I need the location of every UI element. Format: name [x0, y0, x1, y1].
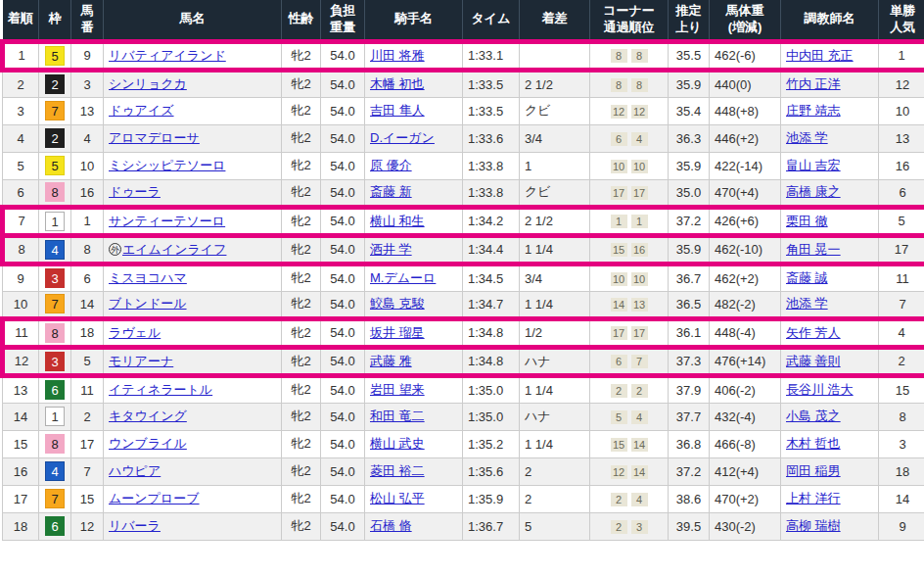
horse-name-link[interactable]: モリアーナ [109, 354, 173, 368]
horse-name-link[interactable]: リバーラ [109, 518, 161, 533]
jockey-link[interactable]: 石橋 脩 [370, 518, 412, 533]
horse-name-link[interactable]: ドゥーラ [109, 184, 161, 199]
time-cell: 1:33.8 [463, 179, 520, 207]
jockey-link[interactable]: 鮫島 克駿 [370, 296, 425, 311]
jockey-link[interactable]: 吉田 隼人 [370, 103, 425, 118]
win-popularity-cell: 16 [879, 152, 924, 179]
trainer-link[interactable]: 岡田 稲男 [786, 463, 841, 478]
jockey-cell: 坂井 瑠星 [365, 318, 463, 347]
corner-position-chip: 2 [611, 493, 627, 506]
trainer-link[interactable]: 武藤 善則 [786, 354, 841, 368]
horse-name-link[interactable]: エイムインライフ [122, 242, 226, 257]
corner-position-chip: 17 [631, 186, 648, 200]
jockey-link[interactable]: 松山 弘平 [370, 491, 425, 505]
corner-position-chip: 17 [631, 326, 648, 340]
col-header-pop: 単勝人気 [879, 0, 924, 41]
finish-position-cell: 15 [3, 430, 39, 457]
horse-name-link[interactable]: シンリョクカ [109, 76, 187, 91]
trainer-link[interactable]: 角田 晃一 [786, 242, 841, 257]
win-popularity-cell: 8 [879, 403, 924, 430]
jockey-link[interactable]: M.デムーロ [370, 270, 436, 285]
win-popularity-cell: 18 [879, 457, 924, 485]
sex-age-cell: 牝2 [282, 347, 321, 375]
jockey-link[interactable]: 木幡 初也 [370, 76, 425, 91]
corner-order-cell: 1717 [590, 318, 669, 347]
col-header-last3f: 推定上り [669, 0, 710, 41]
jockey-link[interactable]: 武藤 雅 [370, 354, 412, 368]
trainer-cell: 長谷川 浩大 [781, 375, 879, 403]
corner-order-cell: 88 [590, 41, 669, 70]
horse-name-link[interactable]: アロマデローサ [109, 130, 200, 145]
jockey-link[interactable]: 横山 和生 [370, 214, 425, 228]
horse-name-link[interactable]: ウンブライル [109, 436, 187, 451]
carried-weight-cell: 54.0 [321, 97, 365, 124]
corner-order-cell: 1717 [590, 179, 669, 207]
jockey-link[interactable]: 坂井 瑠星 [370, 325, 425, 340]
trainer-link[interactable]: 木村 哲也 [786, 436, 841, 451]
trainer-link[interactable]: 池添 学 [786, 130, 828, 145]
margin-cell: クビ [520, 97, 590, 124]
trainer-link[interactable]: 上村 洋行 [786, 491, 841, 505]
finish-position-cell: 9 [3, 264, 39, 291]
body-weight-cell: 448(-4) [710, 318, 781, 347]
sex-age-cell: 牝2 [282, 207, 321, 235]
trainer-link[interactable]: 高橋 康之 [786, 184, 841, 199]
time-cell: 1:34.7 [463, 291, 520, 318]
horse-name-link[interactable]: キタウイング [109, 409, 187, 423]
carried-weight-cell: 54.0 [321, 152, 365, 179]
horse-name-link[interactable]: ミシシッピテソーロ [109, 158, 225, 172]
trainer-link[interactable]: 竹内 正洋 [786, 76, 841, 91]
horse-name-link[interactable]: ラヴェル [109, 325, 161, 340]
trainer-cell: 斎藤 誠 [781, 264, 879, 291]
trainer-link[interactable]: 高柳 瑞樹 [786, 518, 841, 533]
frame-number-badge: 4 [45, 461, 65, 481]
jockey-link[interactable]: 横山 武史 [370, 436, 425, 451]
horse-name-link[interactable]: ミスヨコハマ [109, 270, 187, 285]
foreign-bred-mark: 外 [109, 243, 121, 256]
jockey-link[interactable]: 岩田 望来 [370, 382, 425, 397]
horse-name-link[interactable]: リバティアイランド [109, 48, 226, 63]
corner-position-chip: 4 [631, 132, 648, 146]
carried-weight-cell: 54.0 [321, 207, 365, 235]
carried-weight-cell: 54.0 [321, 179, 365, 207]
frame-number-badge: 7 [45, 294, 65, 313]
trainer-link[interactable]: 長谷川 浩大 [786, 382, 854, 397]
horse-name-link[interactable]: ブトンドール [109, 296, 187, 311]
finish-position-cell: 16 [3, 457, 39, 485]
trainer-link[interactable]: 池添 学 [786, 296, 828, 311]
corner-position-chip: 6 [611, 132, 627, 146]
horse-name-link[interactable]: イティネラートル [109, 382, 212, 397]
trainer-cell: 高橋 康之 [781, 179, 879, 207]
horse-name-link[interactable]: ハウピア [109, 463, 161, 478]
trainer-link[interactable]: 庄野 靖志 [786, 103, 841, 118]
win-popularity-cell: 4 [879, 318, 924, 347]
corner-position-chip: 8 [611, 78, 627, 92]
trainer-link[interactable]: 栗田 徹 [786, 214, 828, 228]
body-weight-cell: 430(-2) [710, 512, 781, 540]
jockey-link[interactable]: D.イーガン [370, 130, 435, 145]
jockey-link[interactable]: 川田 将雅 [370, 48, 425, 63]
corner-position-chip: 8 [631, 78, 648, 92]
jockey-link[interactable]: 原 優介 [370, 158, 412, 172]
horse-name-link[interactable]: ムーンプローブ [109, 491, 200, 505]
frame-number-badge: 3 [45, 268, 65, 288]
horse-name-link[interactable]: ドゥアイズ [109, 103, 174, 118]
jockey-link[interactable]: 和田 竜二 [370, 409, 425, 423]
trainer-link[interactable]: 矢作 芳人 [786, 325, 841, 340]
jockey-link[interactable]: 酒井 学 [370, 242, 412, 257]
trainer-link[interactable]: 斎藤 誠 [786, 270, 828, 285]
jockey-link[interactable]: 斎藤 新 [370, 184, 412, 199]
result-row: 5510ミシシッピテソーロ牝254.0原 優介1:33.81101035.942… [3, 152, 924, 179]
col-header-jockey: 騎手名 [365, 0, 463, 41]
corner-position-chip: 13 [631, 298, 648, 312]
trainer-link[interactable]: 畠山 吉宏 [786, 158, 841, 172]
trainer-cell: 高柳 瑞樹 [781, 512, 879, 540]
trainer-link[interactable]: 小島 茂之 [786, 409, 841, 423]
trainer-link[interactable]: 中内田 充正 [786, 48, 854, 63]
corner-order-cell: 1413 [590, 291, 669, 318]
jockey-link[interactable]: 菱田 裕二 [370, 463, 425, 478]
horse-name-link[interactable]: サンティーテソーロ [109, 214, 225, 228]
jockey-cell: 酒井 学 [365, 235, 463, 264]
sex-age-cell: 牝2 [282, 375, 321, 403]
body-weight-cell: 466(-8) [710, 430, 781, 457]
